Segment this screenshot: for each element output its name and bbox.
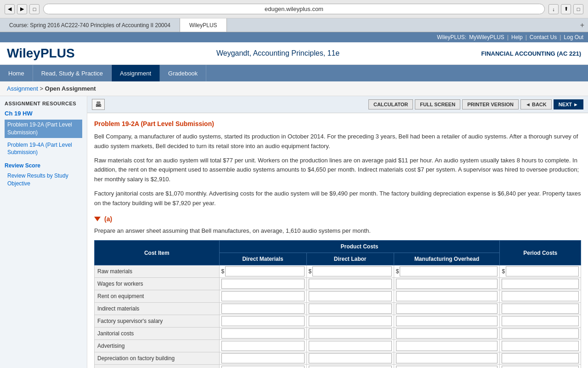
log-out-link[interactable]: Log Out xyxy=(564,34,583,40)
fullscreen-button[interactable]: FULL SCREEN xyxy=(415,99,460,109)
direct-labor-cell-row0[interactable]: $ xyxy=(306,265,394,278)
download-icon[interactable]: ↓ xyxy=(548,4,559,14)
manufacturing-overhead-cell-row5[interactable] xyxy=(394,328,500,340)
period-costs-input-row4[interactable] xyxy=(502,316,579,326)
direct-labor-input-row4[interactable] xyxy=(309,316,392,326)
period-costs-cell-row4[interactable] xyxy=(500,315,581,328)
help-link[interactable]: Help xyxy=(511,34,523,40)
manufacturing-overhead-input-row8[interactable] xyxy=(396,366,498,368)
manufacturing-overhead-input-row2[interactable] xyxy=(396,291,498,301)
direct-labor-cell-row6[interactable] xyxy=(306,340,394,352)
browser-nav-buttons[interactable]: ◀ ▶ □ xyxy=(5,4,40,14)
breadcrumb-link[interactable]: Assignment xyxy=(7,85,38,92)
direct-materials-cell-row4[interactable] xyxy=(219,315,306,328)
period-costs-input-row5[interactable] xyxy=(502,328,579,339)
calculator-button[interactable]: CALCULATOR xyxy=(368,99,413,109)
direct-labor-input-row8[interactable] xyxy=(309,366,392,368)
manufacturing-overhead-cell-row7[interactable] xyxy=(394,352,500,365)
direct-materials-cell-row0[interactable]: $ xyxy=(219,265,306,278)
sidebar-link-problem-19-4a[interactable]: Problem 19-4A (Part Level Submission) xyxy=(5,140,82,158)
direct-materials-cell-row3[interactable] xyxy=(219,303,306,315)
direct-materials-input-row0[interactable] xyxy=(225,266,304,276)
url-bar[interactable]: edugen.wileyplus.com xyxy=(43,4,545,14)
direct-materials-cell-row2[interactable] xyxy=(219,290,306,303)
manufacturing-overhead-cell-row8[interactable] xyxy=(394,365,500,368)
direct-labor-input-row1[interactable] xyxy=(309,279,392,289)
manufacturing-overhead-input-row4[interactable] xyxy=(396,316,498,326)
direct-labor-cell-row5[interactable] xyxy=(306,328,394,340)
manufacturing-overhead-cell-row0[interactable]: $ xyxy=(394,265,500,278)
manufacturing-overhead-input-row6[interactable] xyxy=(396,341,498,351)
period-costs-input-row8[interactable] xyxy=(502,366,579,368)
direct-labor-cell-row7[interactable] xyxy=(306,352,394,365)
direct-labor-input-row3[interactable] xyxy=(309,304,392,314)
my-wileyplus-link[interactable]: MyWileyPLUS xyxy=(469,34,504,40)
direct-materials-cell-row1[interactable] xyxy=(219,278,306,290)
period-costs-input-row0[interactable] xyxy=(506,266,579,276)
direct-materials-input-row5[interactable] xyxy=(221,328,305,339)
manufacturing-overhead-cell-row2[interactable] xyxy=(394,290,500,303)
direct-labor-cell-row2[interactable] xyxy=(306,290,394,303)
period-costs-cell-row7[interactable] xyxy=(500,352,581,365)
share-icon[interactable]: ⬆ xyxy=(561,4,571,14)
sidebar-review-results[interactable]: Review Results by Study Objective xyxy=(5,171,82,189)
direct-materials-input-row8[interactable] xyxy=(221,366,305,368)
direct-labor-input-row6[interactable] xyxy=(309,341,392,351)
tab-wileyplus[interactable]: WileyPLUS xyxy=(180,18,227,32)
period-costs-cell-row0[interactable]: $ xyxy=(500,265,581,278)
back-button[interactable]: ◄ BACK xyxy=(520,99,552,109)
direct-labor-cell-row4[interactable] xyxy=(306,315,394,328)
period-costs-input-row3[interactable] xyxy=(502,304,579,314)
new-tab-button[interactable]: + xyxy=(577,18,588,32)
nav-assignment[interactable]: Assignment xyxy=(112,65,160,81)
direct-materials-input-row3[interactable] xyxy=(221,304,305,314)
direct-materials-cell-row8[interactable] xyxy=(219,365,306,368)
sidebar-link-problem-19-2a[interactable]: Problem 19-2A (Part Level Submission) xyxy=(5,120,82,138)
period-costs-cell-row2[interactable] xyxy=(500,290,581,303)
back-button[interactable]: ◀ xyxy=(5,4,15,14)
contact-us-link[interactable]: Contact Us xyxy=(530,34,557,40)
period-costs-input-row2[interactable] xyxy=(502,291,579,301)
manufacturing-overhead-cell-row1[interactable] xyxy=(394,278,500,290)
direct-materials-input-row7[interactable] xyxy=(221,353,305,363)
next-button[interactable]: NEXT ► xyxy=(554,99,583,109)
period-costs-cell-row1[interactable] xyxy=(500,278,581,290)
manufacturing-overhead-input-row0[interactable] xyxy=(400,266,498,276)
period-costs-input-row1[interactable] xyxy=(502,279,579,289)
period-costs-cell-row6[interactable] xyxy=(500,340,581,352)
direct-labor-input-row5[interactable] xyxy=(309,328,392,339)
direct-labor-input-row7[interactable] xyxy=(309,353,392,363)
printer-version-button[interactable]: PRINTER VERSION xyxy=(462,99,519,109)
direct-labor-cell-row3[interactable] xyxy=(306,303,394,315)
period-costs-cell-row3[interactable] xyxy=(500,303,581,315)
direct-materials-input-row1[interactable] xyxy=(221,279,305,289)
manufacturing-overhead-input-row1[interactable] xyxy=(396,279,498,289)
manufacturing-overhead-cell-row4[interactable] xyxy=(394,315,500,328)
tab-icon[interactable]: □ xyxy=(573,4,583,14)
manufacturing-overhead-cell-row3[interactable] xyxy=(394,303,500,315)
direct-materials-cell-row7[interactable] xyxy=(219,352,306,365)
sidebar-review-score[interactable]: Review Score xyxy=(5,162,82,169)
window-button[interactable]: □ xyxy=(29,4,40,14)
nav-home[interactable]: Home xyxy=(0,65,33,81)
print-icon[interactable]: 🖶 xyxy=(92,99,105,110)
direct-materials-cell-row6[interactable] xyxy=(219,340,306,352)
direct-labor-input-row2[interactable] xyxy=(309,291,392,301)
section-toggle-icon[interactable] xyxy=(94,217,101,221)
period-costs-cell-row8[interactable] xyxy=(500,365,581,368)
manufacturing-overhead-input-row7[interactable] xyxy=(396,353,498,363)
nav-gradebook[interactable]: Gradebook xyxy=(160,65,206,81)
nav-read-study[interactable]: Read, Study & Practice xyxy=(33,65,112,81)
direct-labor-cell-row1[interactable] xyxy=(306,278,394,290)
forward-button[interactable]: ▶ xyxy=(17,4,27,14)
direct-labor-cell-row8[interactable] xyxy=(306,365,394,368)
tab-course[interactable]: Course: Spring 2016 AC222-740 Principles… xyxy=(0,18,180,32)
direct-materials-input-row6[interactable] xyxy=(221,341,305,351)
manufacturing-overhead-input-row5[interactable] xyxy=(396,328,498,339)
sidebar-section-ch19[interactable]: Ch 19 HW xyxy=(5,110,82,117)
direct-materials-input-row2[interactable] xyxy=(221,291,305,301)
period-costs-cell-row5[interactable] xyxy=(500,328,581,340)
direct-labor-input-row0[interactable] xyxy=(312,266,391,276)
manufacturing-overhead-cell-row6[interactable] xyxy=(394,340,500,352)
direct-materials-cell-row5[interactable] xyxy=(219,328,306,340)
